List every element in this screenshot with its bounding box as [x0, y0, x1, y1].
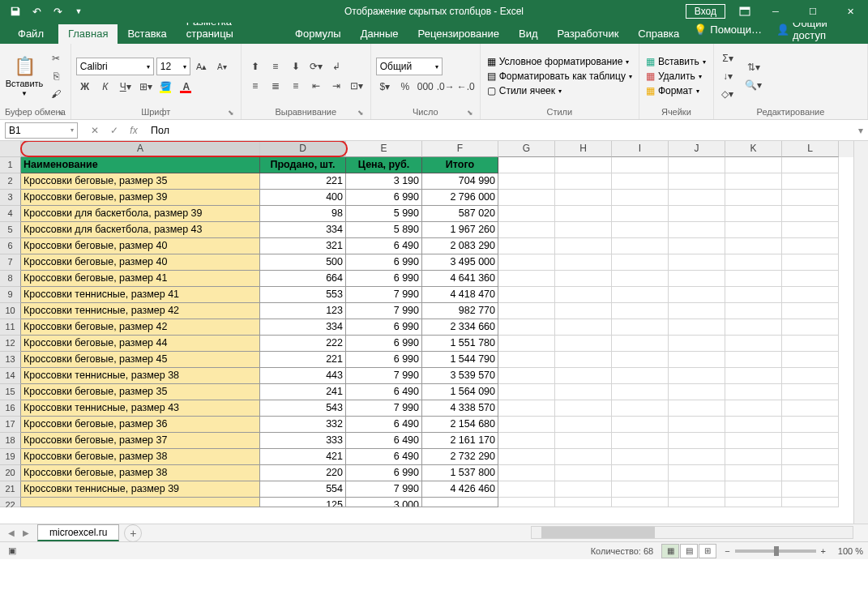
cell[interactable] — [612, 222, 669, 238]
cell[interactable] — [725, 433, 782, 449]
cell[interactable]: 1 564 090 — [422, 384, 498, 400]
cell[interactable] — [782, 352, 839, 368]
cell[interactable]: Кроссовки беговые, размер 45 — [21, 352, 260, 368]
cell[interactable] — [782, 336, 839, 352]
cell[interactable] — [669, 336, 725, 352]
cell[interactable]: Кроссовки беговые, размер 37 — [21, 433, 260, 449]
dialog-launcher-icon[interactable]: ⬊ — [467, 109, 473, 117]
decrease-font-icon[interactable]: A▾ — [213, 58, 231, 75]
cell[interactable] — [612, 336, 669, 352]
record-macro-icon[interactable]: ▣ — [8, 545, 16, 556]
cell[interactable]: 241 — [260, 384, 346, 400]
cell[interactable] — [782, 173, 839, 190]
cell[interactable]: 664 — [260, 271, 346, 287]
tab-developer[interactable]: Разработчик — [548, 24, 629, 44]
cell[interactable] — [555, 238, 612, 254]
cell[interactable] — [498, 319, 555, 336]
borders-icon[interactable]: ⊞▾ — [137, 79, 155, 95]
cell[interactable] — [555, 173, 612, 190]
minimize-icon[interactable]: ─ — [758, 0, 793, 23]
cell[interactable] — [725, 481, 782, 498]
cell[interactable]: Цена, руб. — [346, 157, 422, 173]
cell[interactable] — [782, 287, 839, 303]
cell[interactable] — [669, 417, 725, 433]
underline-button[interactable]: Ч▾ — [117, 79, 135, 95]
cell[interactable]: 321 — [260, 238, 346, 254]
cell[interactable]: 6 490 — [346, 449, 422, 465]
cell[interactable] — [725, 238, 782, 254]
cell[interactable]: 6 990 — [346, 190, 422, 206]
cell[interactable] — [612, 368, 669, 384]
cell[interactable]: Кроссовки беговые, размер 35 — [21, 173, 260, 190]
cell[interactable]: 4 426 460 — [422, 481, 498, 498]
cell[interactable]: 6 990 — [346, 319, 422, 336]
row-header[interactable]: 6 — [0, 238, 21, 254]
cell[interactable]: Кроссовки беговые, размер 35 — [21, 384, 260, 400]
cell[interactable] — [498, 157, 555, 173]
cell[interactable]: Кроссовки для баскетбола, размер 43 — [21, 222, 260, 238]
cell[interactable]: 221 — [260, 173, 346, 190]
cell[interactable] — [612, 173, 669, 190]
cell[interactable] — [782, 433, 839, 449]
cell[interactable] — [422, 498, 498, 507]
cell[interactable]: Кроссовки для баскетбола, размер 39 — [21, 206, 260, 222]
cell[interactable] — [725, 190, 782, 206]
cell[interactable] — [555, 254, 612, 271]
cell[interactable]: 400 — [260, 190, 346, 206]
cell[interactable] — [669, 368, 725, 384]
page-break-view-icon[interactable]: ⊞ — [699, 544, 716, 558]
tab-help[interactable]: Справка — [628, 24, 689, 44]
cell[interactable] — [782, 417, 839, 433]
cell[interactable]: 220 — [260, 465, 346, 481]
cell[interactable] — [725, 417, 782, 433]
cell[interactable] — [669, 465, 725, 481]
vertical-scrollbar[interactable] — [853, 141, 868, 524]
cell[interactable] — [555, 400, 612, 417]
format-cells-button[interactable]: ▦Формат▾ — [644, 84, 708, 97]
number-format-select[interactable]: Общий▾ — [376, 58, 443, 75]
cell[interactable] — [782, 190, 839, 206]
row-header[interactable]: 16 — [0, 400, 21, 417]
row-header[interactable]: 3 — [0, 190, 21, 206]
cell[interactable] — [782, 400, 839, 417]
cell[interactable] — [555, 190, 612, 206]
cell[interactable] — [669, 254, 725, 271]
row-header[interactable]: 10 — [0, 303, 21, 319]
cell[interactable] — [498, 173, 555, 190]
cell[interactable]: 704 990 — [422, 173, 498, 190]
cell[interactable]: Кроссовки беговые, размер 42 — [21, 319, 260, 336]
column-header[interactable]: E — [346, 141, 422, 157]
cell[interactable] — [669, 238, 725, 254]
cell[interactable]: 4 338 570 — [422, 400, 498, 417]
cell[interactable] — [782, 319, 839, 336]
row-header[interactable]: 8 — [0, 271, 21, 287]
cell[interactable]: 553 — [260, 287, 346, 303]
cell[interactable]: 7 990 — [346, 303, 422, 319]
cell[interactable] — [782, 449, 839, 465]
row-header[interactable]: 14 — [0, 368, 21, 384]
cell[interactable] — [725, 368, 782, 384]
paste-button[interactable]: 📋 Вставить ▼ — [5, 49, 44, 103]
cell[interactable]: Кроссовки беговые, размер 40 — [21, 238, 260, 254]
row-header[interactable]: 13 — [0, 352, 21, 368]
cell[interactable] — [498, 400, 555, 417]
cell[interactable] — [782, 498, 839, 507]
cell[interactable] — [669, 319, 725, 336]
increase-decimal-icon[interactable]: .0→ — [437, 79, 455, 95]
row-header[interactable]: 22 — [0, 498, 21, 507]
tab-data[interactable]: Данные — [351, 24, 408, 44]
tab-nav-prev-icon[interactable]: ◀ — [5, 527, 18, 540]
row-header[interactable]: 4 — [0, 206, 21, 222]
cell[interactable]: 7 990 — [346, 368, 422, 384]
cell[interactable] — [498, 498, 555, 507]
cell[interactable]: Наименование — [21, 157, 260, 173]
cell[interactable]: 3 000 — [346, 498, 422, 507]
cell[interactable]: Кроссовки теннисные, размер 39 — [21, 481, 260, 498]
sheet-tab[interactable]: microexcel.ru — [37, 524, 119, 541]
cell[interactable]: 500 — [260, 254, 346, 271]
tab-formulas[interactable]: Формулы — [285, 24, 351, 44]
cell[interactable]: 421 — [260, 449, 346, 465]
cell[interactable] — [612, 238, 669, 254]
cell[interactable]: 2 796 000 — [422, 190, 498, 206]
insert-cells-button[interactable]: ▦Вставить▾ — [644, 55, 708, 68]
